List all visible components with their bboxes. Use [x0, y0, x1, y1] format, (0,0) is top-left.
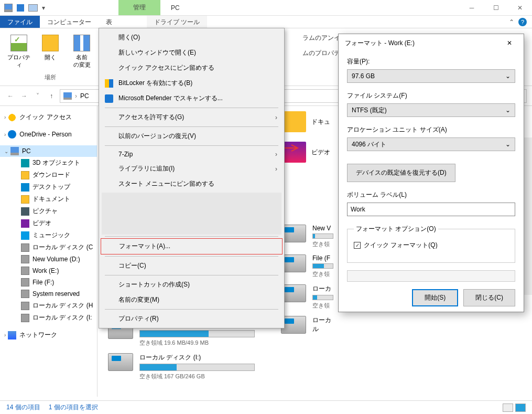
drive-local-h[interactable]: ローカ空き領: [281, 284, 333, 310]
ctx-copy[interactable]: コピー(C): [101, 258, 283, 273]
documents-folder[interactable]: ドキュ: [281, 111, 333, 132]
dialog-close-button[interactable]: ✕: [502, 35, 517, 51]
tabs-icon[interactable]: [28, 4, 38, 12]
ctx-7zip[interactable]: 7-Zip›: [101, 147, 283, 161]
filesystem-label: ファイル システム(F): [347, 91, 515, 100]
volume-label-input[interactable]: [347, 203, 515, 216]
sidebar-quick-access[interactable]: ›クイック アクセス: [0, 111, 97, 123]
sidebar-pc[interactable]: ⌄PC: [0, 145, 97, 157]
quick-format-checkbox[interactable]: ✓ クイック フォーマット(Q): [354, 241, 508, 250]
save-icon[interactable]: [17, 4, 24, 12]
videos-label: ビデオ: [311, 148, 330, 157]
sidebar-disk-i[interactable]: ローカル ディスク (I:: [0, 312, 97, 324]
folder-open-icon: [42, 35, 59, 51]
chevron-right-icon[interactable]: ›: [75, 92, 77, 100]
sidebar-videos[interactable]: ビデオ: [0, 217, 97, 229]
ctx-bitlocker[interactable]: BitLocker を有効にする(B): [101, 76, 283, 91]
ctx-pin-start[interactable]: スタート メニューにピン留めする: [101, 176, 283, 192]
video-icon: [21, 219, 29, 228]
help-icon[interactable]: ?: [518, 18, 527, 26]
drive-local-2[interactable]: ローカル: [281, 316, 333, 335]
music-label: ミュージック: [32, 231, 70, 240]
ctx-properties[interactable]: プロパティ(R): [101, 311, 283, 326]
collapse-ribbon-icon[interactable]: ⌃: [509, 18, 514, 26]
vertical-scrollbar[interactable]: [524, 137, 532, 295]
disk-icon: [21, 314, 29, 322]
ctx-new-window[interactable]: 新しいウィンドウで開く(E): [101, 45, 283, 60]
ctx-pin-quick-access[interactable]: クイック アクセスにピン留めする: [101, 60, 283, 76]
ctx-pin-start-label: スタート メニューにピン留めする: [118, 179, 214, 188]
capacity-select[interactable]: 97.6 GB⌄: [347, 69, 515, 83]
disk-icon: [21, 243, 29, 252]
view-tab[interactable]: 表: [99, 16, 120, 28]
drive-space-text: 空き領域 19.6 MB/49.9 MB: [139, 339, 255, 347]
sidebar-system-reserved[interactable]: System reserved: [0, 288, 97, 300]
location-group-label: 場所: [45, 73, 56, 81]
sidebar-disk-c[interactable]: ローカル ディスク (C: [0, 241, 97, 253]
disk-i-label: ローカル ディスク (I:: [32, 313, 92, 322]
sidebar-3d-objects[interactable]: 3D オブジェクト: [0, 157, 97, 169]
ctx-rename[interactable]: 名前の変更(M): [101, 292, 283, 307]
drive-local-i[interactable]: ローカル ディスク (I:) 空き領域 167 GB/246 GB: [108, 353, 255, 380]
dialog-title: フォーマット - Work (E:): [345, 39, 415, 48]
nav-back-icon[interactable]: ←: [5, 91, 16, 101]
drive-icon: [108, 353, 133, 371]
drive-file-f[interactable]: File (F空き領: [281, 254, 333, 278]
sidebar-disk-f[interactable]: File (F:): [0, 277, 97, 288]
sidebar-disk-e[interactable]: Work (E:): [0, 265, 97, 277]
3d-objects-label: 3D オブジェクト: [32, 158, 80, 167]
open-label: 開く: [45, 54, 56, 61]
drive-new-volume[interactable]: New V空き領: [281, 225, 333, 248]
sidebar-pictures[interactable]: ピクチャ: [0, 205, 97, 217]
sidebar-disk-d[interactable]: New Volume (D:): [0, 253, 97, 265]
properties-button[interactable]: プロパティ: [5, 33, 32, 69]
network-label: ネットワーク: [19, 331, 57, 339]
ctx-format[interactable]: フォーマット(A)...: [101, 238, 283, 254]
download-icon: [21, 171, 29, 179]
disk-icon: [21, 255, 29, 263]
ctx-add-library[interactable]: ライブラリに追加(I)›: [101, 161, 283, 176]
filesystem-value: NTFS (既定): [352, 106, 387, 115]
disk-h-label: ローカル ディスク (H: [32, 301, 93, 310]
rename-button[interactable]: 名前 の変更: [68, 33, 95, 69]
open-button[interactable]: 開く: [37, 33, 64, 69]
minimize-button[interactable]: ─: [460, 0, 484, 16]
allocation-select[interactable]: 4096 バイト⌄: [347, 137, 515, 151]
ctx-copy-label: コピー(C): [118, 261, 146, 270]
close-button[interactable]: ✕: [508, 0, 532, 16]
drive-space-text: 空き領: [312, 240, 333, 248]
disk-f-label: File (F:): [32, 279, 54, 286]
start-button[interactable]: 開始(S): [412, 289, 458, 306]
network-icon: [8, 331, 16, 339]
sidebar-onedrive[interactable]: ›OneDrive - Person: [0, 129, 97, 140]
sidebar-downloads[interactable]: ダウンロード: [0, 169, 97, 181]
ctx-restore-versions[interactable]: 以前のバージョンの復元(V): [101, 129, 283, 144]
restore-defaults-button[interactable]: デバイスの既定値を復元する(D): [347, 164, 455, 182]
chevron-right-icon: ›: [275, 151, 277, 158]
nav-history-icon[interactable]: ˅: [32, 91, 43, 101]
sidebar-documents[interactable]: ドキュメント: [0, 193, 97, 205]
manage-tab[interactable]: 管理: [118, 0, 160, 15]
properties-label: プロパティ: [5, 54, 32, 69]
sidebar-disk-h[interactable]: ローカル ディスク (H: [0, 300, 97, 312]
ctx-grant-access[interactable]: アクセスを許可する(G)›: [101, 110, 283, 125]
maximize-button[interactable]: ☐: [484, 0, 508, 16]
ctx-open[interactable]: 開く(O): [101, 30, 283, 45]
nav-up-icon[interactable]: ↑: [46, 91, 57, 101]
sidebar-desktop[interactable]: デスクトップ: [0, 181, 97, 193]
tiles-view-button[interactable]: [515, 404, 526, 412]
drive-space-text: 空き領: [312, 270, 333, 278]
file-tab[interactable]: ファイル: [0, 16, 40, 28]
ctx-defender[interactable]: Microsoft Defender でスキャンする...: [101, 91, 283, 106]
close-button[interactable]: 閉じる(C): [463, 289, 515, 306]
quick-access-dropdown[interactable]: ▾: [42, 4, 45, 12]
filesystem-select[interactable]: NTFS (既定)⌄: [347, 103, 515, 117]
drive-tools-tab[interactable]: ドライブ ツール: [147, 16, 207, 28]
window-title: PC: [171, 4, 180, 12]
drive-space-text: 空き領: [312, 302, 333, 310]
sidebar-network[interactable]: ›ネットワーク: [0, 329, 97, 341]
sidebar-music[interactable]: ミュージック: [0, 229, 97, 241]
computer-tab[interactable]: コンピューター: [40, 16, 99, 28]
ctx-shortcut[interactable]: ショートカットの作成(S): [101, 277, 283, 292]
details-view-button[interactable]: [503, 404, 513, 412]
